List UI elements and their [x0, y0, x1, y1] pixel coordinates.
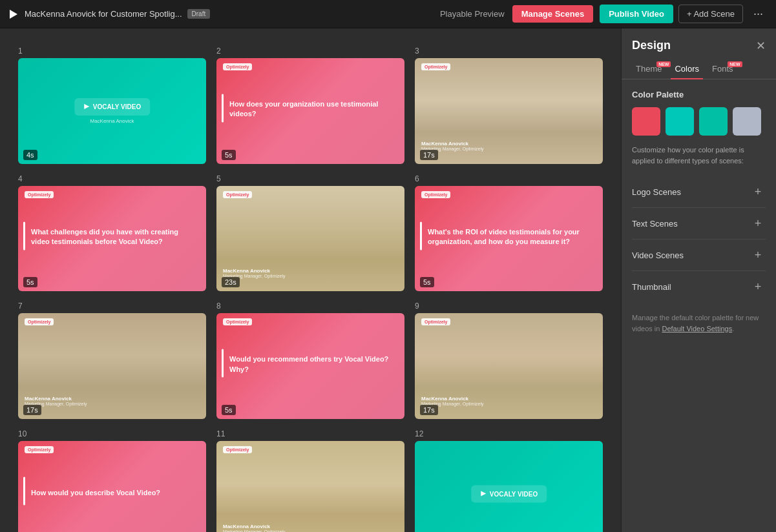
scene-thumb-7[interactable]: Optimizely MacKenna Anovick Marketing Ma… [18, 313, 206, 419]
optimizely-logo-5: Optimizely [223, 191, 252, 198]
swatch-teal2[interactable] [699, 107, 728, 136]
play-icon [8, 8, 19, 20]
logo-scenes-label: Logo Scenes [632, 187, 681, 197]
draft-badge: Draft [187, 9, 211, 19]
scene-cell-6: 6 Optimizely What's the ROI of video tes… [410, 169, 608, 297]
scene-text-2: How does your organization use testimoni… [229, 99, 397, 119]
scene-number-2: 2 [216, 46, 404, 56]
scene-logo-3: Optimizely [421, 63, 450, 70]
scene-cell-5: 5 Optimizely MacKenna Anovick Marketing … [211, 169, 410, 297]
scene-duration-4: 5s [23, 277, 37, 287]
optimizely-logo-11: Optimizely [223, 446, 252, 453]
logo-scenes-expand[interactable]: + [750, 184, 766, 200]
scene-thumb-8[interactable]: Optimizely Would you recommend others tr… [216, 313, 404, 419]
scene-thumb-12[interactable]: VOCALY VIDEO 6s [415, 441, 603, 532]
topbar-center: Playable Preview Manage Scenes [432, 5, 593, 23]
scene-cell-7: 7 Optimizely MacKenna Anovick Marketing … [13, 296, 211, 424]
default-video-settings-link[interactable]: Default Video Settings [662, 325, 732, 332]
scene-logo-8: Optimizely [223, 318, 252, 325]
scene-number-6: 6 [415, 174, 603, 183]
scene-duration-8: 5s [222, 405, 236, 415]
outro-logo: VOCALY VIDEO [471, 485, 547, 502]
scene-text-4: What challenges did you have with creati… [31, 227, 198, 247]
scene-thumb-1[interactable]: VOCALY VIDEO MacKenna Anovick 4s [18, 58, 206, 164]
close-panel-button[interactable]: ✕ [756, 40, 766, 52]
customize-text: Customize how your color palette is appl… [632, 145, 766, 166]
panel-footer: Manage the default color palette for new… [622, 312, 776, 344]
text-bar-8 [222, 349, 224, 378]
swatch-teal1[interactable] [666, 107, 694, 136]
fonts-new-badge: NEW [728, 61, 742, 67]
scene-duration-1: 4s [23, 150, 37, 160]
video-title: MacKenna Anovick for Customer Spotlig... [25, 9, 182, 19]
scene-cell-4: 4 Optimizely What challenges did you hav… [13, 169, 211, 297]
video-scenes-row[interactable]: Video Scenes + [632, 240, 766, 271]
video-scenes-label: Video Scenes [632, 251, 684, 260]
scene-text-6: What's the ROI of video testimonials for… [428, 227, 595, 247]
scene-duration-9: 17s [420, 405, 438, 415]
main-content: 1 VOCALY VIDEO MacKenna Anovick 4s 2 [0, 28, 776, 532]
text-bar-2 [222, 94, 224, 122]
caption-name-3: MacKenna Anovick [421, 141, 596, 147]
color-swatches [632, 107, 766, 136]
color-palette-title: Color Palette [632, 90, 766, 99]
text-bar-6 [420, 221, 422, 250]
scene-cell-10: 10 Optimizely How would you describe Voc… [13, 424, 211, 532]
scene-cell-9: 9 Optimizely MacKenna Anovick Marketing … [410, 296, 608, 424]
scene-duration-7: 17s [23, 405, 41, 415]
scene-logo-4: Optimizely [25, 191, 54, 198]
manage-scenes-button[interactable]: Manage Scenes [512, 5, 594, 23]
scene-thumb-11[interactable]: Optimizely MacKenna Anovick Marketing Ma… [216, 441, 404, 532]
text-scenes-row[interactable]: Text Scenes + [632, 208, 766, 240]
caption-role-11: Marketing Manager, Optimizely [223, 529, 398, 532]
logo-scenes-row[interactable]: Logo Scenes + [632, 176, 766, 208]
scene-number-5: 5 [216, 174, 404, 183]
scenes-grid: 1 VOCALY VIDEO MacKenna Anovick 4s 2 [13, 41, 608, 532]
scene-thumb-4[interactable]: Optimizely What challenges did you have … [18, 186, 206, 292]
scene-duration-6: 5s [420, 277, 434, 287]
outro-logo-box: VOCALY VIDEO [471, 485, 547, 502]
swatch-gray[interactable] [733, 107, 761, 136]
playable-preview-link[interactable]: Playable Preview [432, 9, 512, 19]
scene-thumb-3[interactable]: Optimizely MacKenna Anovick Marketing Ma… [415, 58, 603, 164]
panel-tabs: Theme NEW Colors Fonts NEW [622, 59, 776, 79]
caption-name-11: MacKenna Anovick [223, 524, 398, 529]
thumbnail-row[interactable]: Thumbnail + [632, 271, 766, 302]
tab-theme[interactable]: Theme NEW [632, 59, 666, 79]
thumbnail-expand[interactable]: + [750, 279, 766, 294]
panel-header: Design ✕ [622, 28, 776, 52]
caption-role-3: Marketing Manager, Optimizely [421, 147, 596, 151]
scene-number-9: 9 [415, 302, 603, 311]
scene-logo-9: Optimizely [421, 318, 450, 325]
publish-video-button[interactable]: Publish Video [600, 5, 673, 23]
scene-caption-11: MacKenna Anovick Marketing Manager, Opti… [223, 524, 398, 532]
design-panel: Design ✕ Theme NEW Colors Fonts NEW Colo… [621, 28, 776, 532]
scene-logo-6: Optimizely [421, 191, 450, 198]
caption-name-5: MacKenna Anovick [223, 268, 398, 274]
scene-thumb-6[interactable]: Optimizely What's the ROI of video testi… [415, 186, 603, 292]
optimizely-logo-4: Optimizely [25, 191, 54, 198]
video-scenes-expand[interactable]: + [750, 247, 766, 263]
intro-logo-box: VOCALY VIDEO [74, 98, 150, 116]
scene-number-10: 10 [18, 429, 206, 438]
add-scene-button[interactable]: + Add Scene [678, 5, 743, 23]
more-options-button[interactable]: ··· [748, 5, 768, 23]
tab-colors[interactable]: Colors [671, 59, 703, 79]
scene-number-3: 3 [415, 46, 603, 56]
intro-subtitle: MacKenna Anovick [74, 118, 150, 124]
tab-fonts[interactable]: Fonts NEW [708, 59, 737, 79]
swatch-pink[interactable] [632, 107, 660, 136]
optimizely-logo-9: Optimizely [421, 318, 450, 325]
scenes-area[interactable]: 1 VOCALY VIDEO MacKenna Anovick 4s 2 [0, 28, 621, 532]
scene-thumb-2[interactable]: Optimizely How does your organization us… [216, 58, 404, 164]
scene-duration-2: 5s [222, 150, 236, 160]
scene-thumb-9[interactable]: Optimizely MacKenna Anovick Marketing Ma… [415, 313, 603, 419]
caption-role-9: Marketing Manager, Optimizely [421, 402, 596, 406]
text-scenes-expand[interactable]: + [750, 216, 766, 231]
topbar-left: MacKenna Anovick for Customer Spotlig...… [8, 8, 426, 20]
scene-thumb-5[interactable]: Optimizely MacKenna Anovick Marketing Ma… [216, 186, 404, 292]
scene-cell-11: 11 Optimizely MacKenna Anovick Marketing… [211, 424, 410, 532]
scene-thumb-10[interactable]: Optimizely How would you describe Vocal … [18, 441, 206, 532]
scene-duration-5: 23s [222, 277, 240, 287]
scene-duration-3: 17s [420, 150, 438, 160]
